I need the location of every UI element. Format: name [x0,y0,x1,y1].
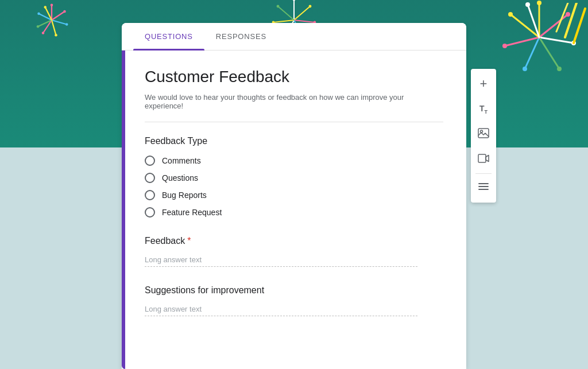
feedback-placeholder: Long answer text [145,255,417,267]
svg-point-50 [481,130,483,133]
page-container: QUESTIONS RESPONSES Customer Feedback We… [0,0,588,369]
side-toolbar: + TT [471,69,496,203]
text-icon: TT [479,104,488,115]
radio-feature-request[interactable]: Feature Request [145,207,443,217]
form-title-section: Customer Feedback We would love to hear … [145,68,443,122]
tab-questions[interactable]: QUESTIONS [133,23,204,50]
radio-questions[interactable]: Questions [145,173,443,183]
tab-responses[interactable]: RESPONSES [204,23,278,50]
suggestions-input-area[interactable]: Long answer text [145,305,443,316]
radio-label-questions: Questions [162,173,198,182]
add-button[interactable]: + [471,71,496,96]
toolbar-divider [475,173,492,174]
radio-circle-comments [145,156,155,166]
feedback-input-area[interactable]: Long answer text [145,255,443,267]
section-button[interactable] [471,175,496,200]
video-button[interactable] [471,147,496,172]
radio-label-bug-reports: Bug Reports [162,191,207,200]
tabs-bar: QUESTIONS RESPONSES [122,23,466,51]
form-content: Customer Feedback We would love to hear … [122,51,466,352]
radio-circle-feature-request [145,207,155,217]
form-panel: QUESTIONS RESPONSES Customer Feedback We… [122,23,466,369]
video-icon [478,154,489,166]
radio-label-comments: Comments [162,156,201,165]
form-title: Customer Feedback [145,68,443,86]
radio-circle-bug-reports [145,190,155,200]
add-icon: + [480,76,488,91]
radio-circle-questions [145,173,155,183]
section-icon [478,182,489,194]
required-star: * [187,236,191,246]
question-feedback-type: Feedback Type Comments Questions Bug Rep… [145,136,443,217]
suggestions-placeholder: Long answer text [145,305,417,316]
question-suggestions: Suggestions for improvement Long answer … [145,285,443,316]
form-description: We would love to hear your thoughts or f… [145,93,443,110]
question-feedback: Feedback* Long answer text [145,236,443,267]
image-icon [478,128,489,141]
text-button[interactable]: TT [471,96,496,122]
radio-comments[interactable]: Comments [145,156,443,166]
feedback-type-label: Feedback Type [145,136,443,146]
radio-bug-reports[interactable]: Bug Reports [145,190,443,200]
svg-rect-51 [478,154,486,162]
suggestions-label: Suggestions for improvement [145,285,443,296]
feedback-label: Feedback* [145,236,443,246]
svg-rect-49 [478,129,489,138]
image-button[interactable] [471,122,496,147]
radio-label-feature-request: Feature Request [162,208,222,217]
